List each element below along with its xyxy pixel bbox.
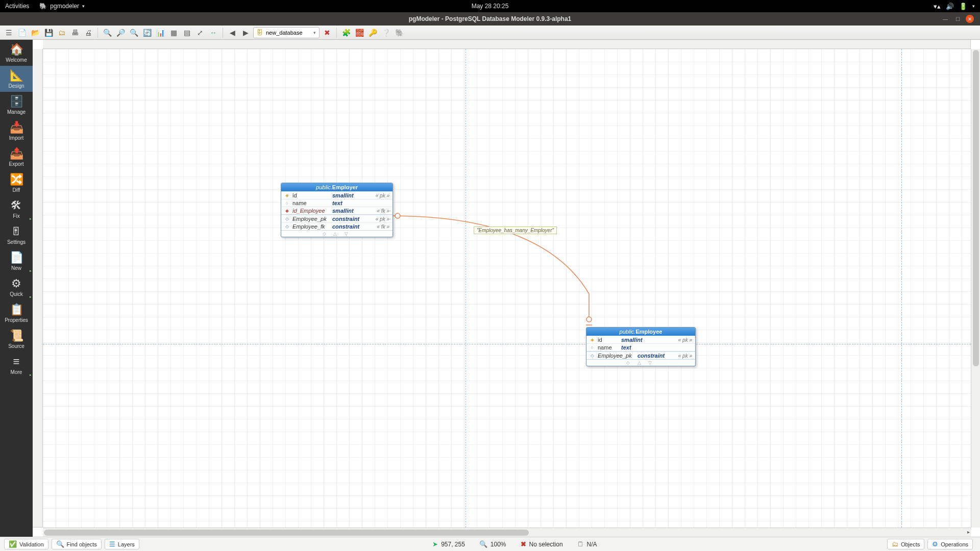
column-name: name [598,344,618,350]
sidebar-item-label: Welcome [6,57,27,63]
save-as-icon[interactable]: 🗂 [56,27,67,38]
table-column[interactable]: ◈idsmallint« pk » [586,336,695,343]
column-name: id [598,337,618,343]
objects-panel-button[interactable]: 🗂Objects [887,539,924,549]
sidebar-item-label: Fix [13,213,19,219]
scrollbar-thumb[interactable] [44,530,529,536]
plugin3-icon[interactable]: 🔑 [367,27,378,38]
export-icon[interactable]: 🖶 [69,27,81,38]
table-column[interactable]: ○nametext [586,343,695,351]
table-column[interactable]: ○nametext [281,199,393,207]
scroll-right-icon[interactable]: ▸ [967,529,970,535]
network-icon[interactable]: ▾▴ [934,3,941,10]
open-folder-icon[interactable]: 📂 [30,27,41,38]
zoom-out-icon[interactable]: 🔍 [128,27,139,38]
home-icon: 🏠 [1,43,32,56]
window-minimize-button[interactable]: — [941,15,949,23]
window-close-button[interactable]: ✕ [966,15,974,23]
grid-toggle-icon[interactable]: ▦ [168,27,179,38]
constraint-name: Employee_fk [292,223,329,230]
database-selector[interactable]: 🗄 new_database ▾ [253,27,320,38]
sidebar-item-label: Import [9,135,23,141]
sidebar-item-label: Source [8,343,24,349]
operations-panel-button[interactable]: ⚙Operations [927,539,973,549]
zoom-reset-icon[interactable]: 🔎 [115,27,126,38]
pk-icon: ◈ [590,337,595,342]
sidebar-item-source[interactable]: 📜Source [0,326,33,352]
plugin2-icon[interactable]: 🧱 [354,27,365,38]
table-constraint[interactable]: ◇Employee_pkconstraint« pk » [586,352,695,359]
app-icon: 🐘 [39,3,47,10]
find-objects-button[interactable]: 🔍Find objects [52,539,102,549]
app-menu[interactable]: 🐘 pgmodeler ▾ [39,3,85,10]
svg-point-0 [395,213,400,218]
status-value: 957, 255 [441,541,465,548]
window-title: pgModeler - PostgreSQL Database Modeler … [409,15,572,22]
table-schema: public. [316,184,332,190]
close-db-icon[interactable]: ✖ [322,27,333,38]
status-selection: ✖No selection [521,540,563,548]
plugin1-icon[interactable]: 🧩 [340,27,352,38]
tree-icon[interactable]: 📊 [155,27,166,38]
table-employee[interactable]: public.Employee ◈idsmallint« pk » ○namet… [586,327,696,366]
window-maximize-button[interactable]: ☐ [953,15,962,23]
activities-button[interactable]: Activities [5,3,29,10]
source-icon: 📜 [1,329,32,342]
grid2-icon[interactable]: ▤ [181,27,192,38]
about-icon[interactable]: 🐘 [394,27,405,38]
constraint-icon: ◇ [284,216,289,221]
constraint-type: constraint [332,223,374,230]
sidebar-item-design[interactable]: 📐Design [0,66,33,92]
print-icon[interactable]: 🖨 [83,27,94,38]
sidebar-item-welcome[interactable]: 🏠Welcome [0,40,33,66]
toolbar-menu-button[interactable]: ☰ [3,27,14,38]
sidebar-item-diff[interactable]: 🔀Diff [0,170,33,196]
fit-icon[interactable]: ⤢ [194,27,206,38]
nav-back-icon[interactable]: ◀ [227,27,238,38]
sidebar-item-import[interactable]: 📥Import [0,118,33,144]
more-icon: ≡ [1,355,32,368]
database-icon: 🗄 [257,29,263,36]
clock[interactable]: May 28 20:25 [472,3,509,10]
nav-forward-icon[interactable]: ▶ [240,27,251,38]
table-constraint[interactable]: ◇Employee_pkconstraint« pk » [281,215,393,222]
scrollbar-thumb[interactable] [973,50,979,366]
button-label: Operations [941,541,968,547]
sidebar-item-more[interactable]: ≡More [0,352,33,378]
volume-icon[interactable]: 🔊 [946,3,954,10]
table-column[interactable]: ◈idsmallint« pk » [281,191,393,199]
sidebar-item-quick[interactable]: ⚙Quick [0,274,33,300]
battery-icon[interactable]: 🔋 [959,3,967,10]
system-caret-icon[interactable]: ▾ [972,4,975,9]
sidebar-item-export[interactable]: 📤Export [0,144,33,170]
save-icon[interactable]: 💾 [43,27,54,38]
sidebar-item-manage[interactable]: 🗄️Manage [0,92,33,118]
help-icon[interactable]: ❔ [380,27,391,38]
table-employer[interactable]: public.Employer ◈idsmallint« pk » ○namet… [281,183,393,237]
sidebar-item-fix[interactable]: 🛠Fix [0,196,33,222]
align-icon[interactable]: ↔ [208,27,219,38]
sidebar-item-settings[interactable]: 🎚Settings [0,222,33,248]
validation-button[interactable]: ✅Validation [4,539,48,549]
refresh-icon[interactable]: 🔄 [141,27,153,38]
design-icon: 📐 [1,69,32,82]
relationship-connector [43,49,971,528]
sidebar-item-properties[interactable]: 📋Properties [0,300,33,326]
column-tag: « pk » [678,337,692,343]
diagram-canvas[interactable]: "Employee_has_many_Employer" public.Empl… [43,49,971,528]
table-column[interactable]: ◆id_Employeesmallint« fk » [281,207,393,214]
relationship-label[interactable]: "Employee_has_many_Employer" [474,227,557,234]
horizontal-scrollbar[interactable]: ◂ ▸ [43,528,971,537]
button-label: Objects [901,541,920,547]
table-constraint[interactable]: ◇Employee_fkconstraint« fk » [281,222,393,230]
layers-button[interactable]: ☰Layers [105,539,139,549]
vertical-scrollbar[interactable] [971,49,980,528]
zoom-in-icon[interactable]: 🔍 [102,27,113,38]
constraint-tag: « pk » [678,353,692,359]
sidebar-item-new[interactable]: 📄New [0,248,33,274]
new-file-icon[interactable]: 📄 [16,27,28,38]
toolbar-separator [97,28,98,38]
ruler-vertical [33,49,43,528]
chevron-down-icon: ▾ [313,30,316,35]
objects-icon: 🗂 [892,540,898,548]
